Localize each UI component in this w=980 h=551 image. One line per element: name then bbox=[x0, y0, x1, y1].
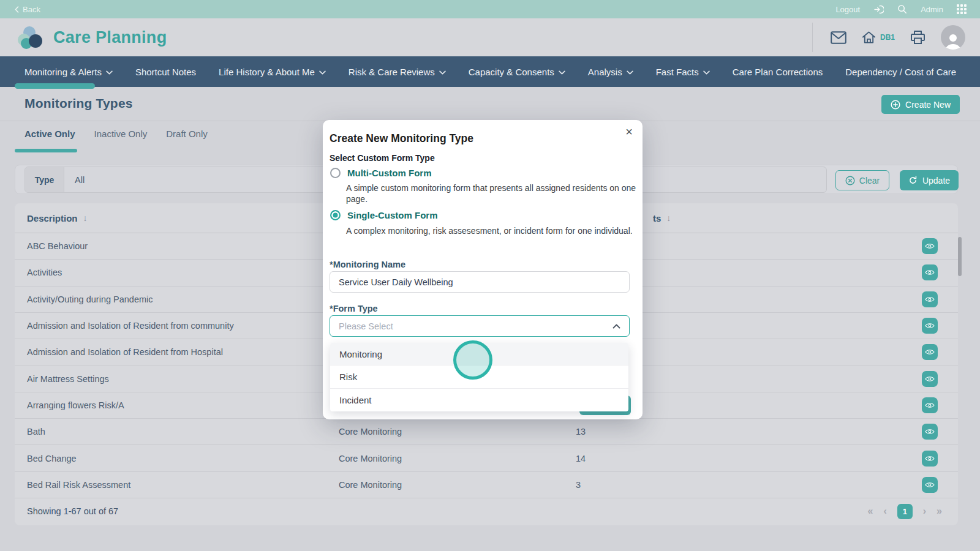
view-button[interactable] bbox=[922, 238, 938, 254]
admin-menu[interactable]: Admin bbox=[921, 5, 943, 14]
next-page-button[interactable]: › bbox=[923, 506, 926, 516]
chevron-down-icon bbox=[703, 70, 710, 75]
print-icon[interactable] bbox=[910, 30, 925, 45]
nav-item[interactable]: Shortcut Notes bbox=[135, 67, 196, 77]
nav-item[interactable]: Fast Facts bbox=[656, 67, 710, 77]
view-button[interactable] bbox=[922, 477, 938, 493]
row-description: Activities bbox=[27, 268, 62, 277]
row-description: Arranging flowers Risk/A bbox=[27, 400, 124, 410]
view-button[interactable] bbox=[922, 397, 938, 413]
sort-desc-icon: ↓ bbox=[83, 213, 88, 223]
table-row: Bed Change Core Monitoring 14 bbox=[15, 445, 958, 471]
last-page-button[interactable]: » bbox=[937, 506, 942, 516]
clear-button[interactable]: Clear bbox=[835, 170, 889, 190]
form-type-option[interactable]: Monitoring bbox=[330, 343, 628, 365]
row-description: Bed Rail Risk Assessment bbox=[27, 480, 130, 490]
logout-link[interactable]: Logout bbox=[835, 5, 860, 14]
row-description: Activity/Outing during Pandemic bbox=[27, 294, 153, 304]
row-residents-count: 14 bbox=[576, 454, 586, 463]
view-button[interactable] bbox=[922, 451, 938, 467]
app-logo-icon bbox=[16, 24, 45, 50]
modal-title: Create New Monitoring Type bbox=[330, 132, 473, 145]
form-type-option[interactable]: Risk bbox=[330, 365, 628, 388]
form-type-label: *Form Type bbox=[330, 304, 378, 313]
page-title: Monitoring Types bbox=[24, 96, 133, 111]
row-residents-count: 13 bbox=[576, 427, 586, 437]
view-button[interactable] bbox=[922, 424, 938, 440]
residents-column-header[interactable]: ts ↓ bbox=[653, 213, 671, 223]
nav-item[interactable]: Dependency / Cost of Care bbox=[845, 67, 956, 77]
user-avatar[interactable] bbox=[941, 25, 965, 50]
back-chevron-icon bbox=[15, 6, 19, 13]
row-residents-count: 3 bbox=[576, 480, 581, 490]
view-button[interactable] bbox=[922, 291, 938, 307]
view-button[interactable] bbox=[922, 344, 938, 360]
nav-item-label: Analysis bbox=[588, 67, 622, 77]
current-page-button[interactable]: 1 bbox=[897, 504, 913, 519]
tab-bar: Active Only Inactive Only Draft Only bbox=[24, 129, 208, 144]
nav-item[interactable]: Capacity & Consents bbox=[469, 67, 565, 77]
view-button[interactable] bbox=[922, 318, 938, 334]
eye-icon bbox=[925, 481, 935, 489]
form-type-dropdown: Monitoring Risk Incident bbox=[330, 343, 628, 411]
apps-grid-icon[interactable] bbox=[957, 4, 967, 14]
back-label: Back bbox=[23, 5, 40, 14]
brand[interactable]: Care Planning bbox=[16, 24, 167, 50]
nav-item-label: Life History & About Me bbox=[219, 67, 315, 77]
back-button[interactable]: Back bbox=[15, 5, 40, 14]
row-description: Bed Change bbox=[27, 454, 77, 463]
eye-icon bbox=[925, 269, 935, 276]
update-label: Update bbox=[922, 176, 950, 186]
eye-icon bbox=[925, 322, 935, 329]
update-button[interactable]: Update bbox=[900, 170, 959, 190]
first-page-button[interactable]: « bbox=[868, 506, 873, 516]
nav-item[interactable]: Risk & Care Reviews bbox=[349, 67, 446, 77]
tab[interactable]: Active Only bbox=[24, 129, 75, 144]
tab[interactable]: Draft Only bbox=[166, 129, 208, 144]
logout-icon[interactable] bbox=[873, 4, 884, 15]
view-button[interactable] bbox=[922, 371, 938, 387]
nav-item-label: Monitoring & Alerts bbox=[24, 67, 102, 77]
app-window: Back Logout Admin Care Planning bbox=[0, 0, 980, 551]
home-db-control[interactable]: DB1 bbox=[862, 31, 895, 44]
monitoring-name-input[interactable] bbox=[330, 271, 630, 293]
nav-item-label: Fast Facts bbox=[656, 67, 699, 77]
mail-icon[interactable] bbox=[831, 31, 846, 44]
nav-item[interactable]: Analysis bbox=[588, 67, 633, 77]
app-title: Care Planning bbox=[53, 28, 167, 47]
form-type-select[interactable]: Please Select bbox=[330, 315, 630, 337]
eye-icon bbox=[925, 296, 935, 303]
description-header-label: Description bbox=[27, 213, 78, 223]
eye-icon bbox=[925, 455, 935, 462]
single-custom-form-radio[interactable]: Single-Custom Form bbox=[330, 210, 438, 220]
app-header: Care Planning DB1 bbox=[0, 18, 980, 56]
view-button[interactable] bbox=[922, 264, 938, 280]
prev-page-button[interactable]: ‹ bbox=[883, 506, 886, 516]
form-type-placeholder: Please Select bbox=[339, 321, 612, 331]
residents-header-label: ts bbox=[653, 213, 661, 223]
table-row: Bed Rail Risk Assessment Core Monitoring… bbox=[15, 472, 958, 498]
search-icon[interactable] bbox=[897, 4, 907, 14]
nav-item[interactable]: Monitoring & Alerts bbox=[24, 67, 113, 77]
nav-item[interactable]: Care Plan Corrections bbox=[733, 67, 823, 77]
tab[interactable]: Inactive Only bbox=[94, 129, 148, 144]
nav-item[interactable]: Life History & About Me bbox=[219, 67, 326, 77]
form-type-option[interactable]: Incident bbox=[330, 389, 628, 411]
main-nav: Monitoring & Alerts Shortcut Notes Life … bbox=[0, 56, 980, 87]
active-nav-indicator bbox=[15, 83, 95, 89]
form-type-section-label: Select Custom Form Type bbox=[330, 153, 435, 163]
home-icon bbox=[862, 31, 876, 44]
create-new-button[interactable]: Create New bbox=[881, 95, 960, 114]
close-icon[interactable]: × bbox=[625, 126, 633, 138]
description-column-header[interactable]: Description ↓ bbox=[27, 213, 88, 223]
table-row: Bath Core Monitoring 13 bbox=[15, 419, 958, 445]
row-type: Core Monitoring bbox=[339, 454, 402, 463]
scrollbar-thumb[interactable] bbox=[958, 237, 962, 276]
multi-custom-form-label: Multi-Custom Form bbox=[347, 168, 431, 178]
clear-label: Clear bbox=[859, 176, 880, 186]
tab-label: Active Only bbox=[24, 129, 75, 139]
eye-icon bbox=[925, 375, 935, 383]
table-footer: Showing 1-67 out of 67 « ‹ 1 › » bbox=[15, 498, 958, 525]
pagination: « ‹ 1 › » bbox=[868, 504, 942, 519]
multi-custom-form-radio[interactable]: Multi-Custom Form bbox=[330, 168, 431, 178]
